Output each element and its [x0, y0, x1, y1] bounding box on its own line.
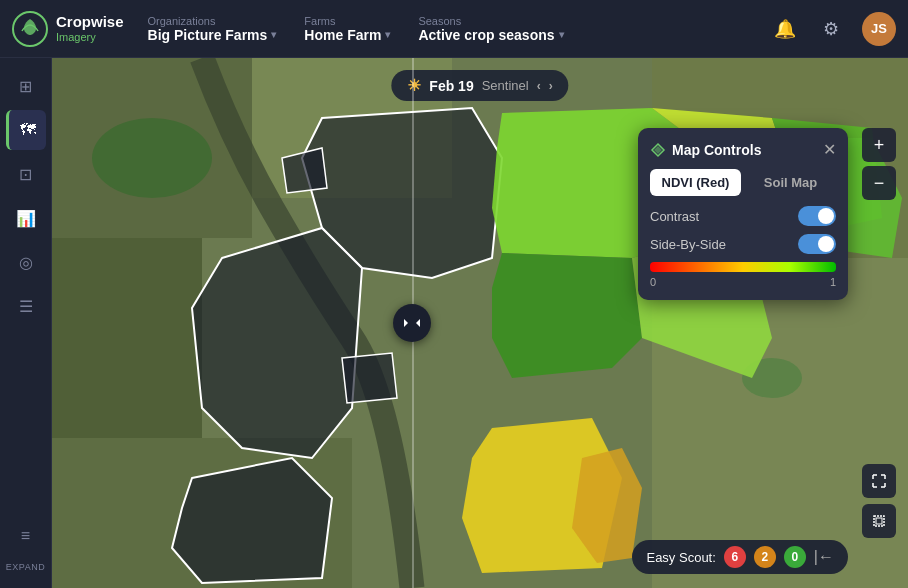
ndvi-max-label: 1: [830, 276, 836, 288]
grid-icon: ⊞: [19, 77, 32, 96]
svg-marker-13: [342, 353, 397, 403]
sidebar-item-report[interactable]: ☰: [6, 286, 46, 326]
map-controls-panel: Map Controls ✕ NDVI (Red) Soil Map Contr…: [638, 128, 848, 300]
svg-marker-24: [416, 319, 420, 327]
report-icon: ☰: [19, 297, 33, 316]
farm-nav-item[interactable]: Farms Home Farm ▾: [304, 15, 390, 43]
nav-right-actions: 🔔 ⚙ JS: [770, 12, 896, 46]
logo-text: Cropwise Imagery: [56, 13, 124, 44]
tab-soil-map[interactable]: Soil Map: [745, 169, 836, 196]
zoom-controls: + −: [862, 128, 896, 200]
logo-name: Cropwise: [56, 13, 124, 31]
map-controls-tabs: NDVI (Red) Soil Map: [650, 169, 836, 196]
sidebar-item-menu[interactable]: ≡: [6, 516, 46, 556]
map-controls-title: Map Controls: [650, 142, 761, 158]
svg-rect-4: [52, 238, 202, 438]
layers-icon: ⊡: [19, 165, 32, 184]
svg-rect-26: [876, 518, 882, 524]
side-by-side-row: Side-By-Side: [650, 234, 836, 254]
crop-icon: [871, 513, 887, 529]
logo-area[interactable]: Cropwise Imagery: [12, 11, 124, 47]
svg-point-8: [92, 118, 212, 198]
zoom-out-button[interactable]: −: [862, 166, 896, 200]
date-next-button[interactable]: ›: [549, 79, 553, 93]
scout-badge-red[interactable]: 6: [724, 546, 746, 568]
notification-button[interactable]: 🔔: [770, 14, 800, 44]
season-value[interactable]: Active crop seasons ▾: [418, 27, 563, 43]
sidebar-bottom: ≡ EXPAND: [0, 516, 51, 580]
ndvi-gradient-bar: [650, 262, 836, 272]
sun-icon: ☀: [407, 76, 421, 95]
season-label: Seasons: [418, 15, 563, 27]
svg-marker-18: [492, 253, 642, 378]
ndvi-labels: 0 1: [650, 276, 836, 288]
org-nav-item[interactable]: Organizations Big Picture Farms ▾: [148, 15, 277, 43]
farm-label: Farms: [304, 15, 390, 27]
easy-scout-bar: Easy Scout: 6 2 0 |←: [632, 540, 848, 574]
season-chevron-icon: ▾: [559, 29, 564, 40]
map-action-buttons: [862, 464, 896, 538]
chart-icon: 📊: [16, 209, 36, 228]
logo-subtitle: Imagery: [56, 31, 124, 44]
easy-scout-collapse-button[interactable]: |←: [814, 548, 834, 566]
sidebar-item-layers[interactable]: ⊡: [6, 154, 46, 194]
side-by-side-label: Side-By-Side: [650, 237, 726, 252]
top-navigation: Cropwise Imagery Organizations Big Pictu…: [0, 0, 908, 58]
date-prev-button[interactable]: ‹: [537, 79, 541, 93]
org-label: Organizations: [148, 15, 277, 27]
fullscreen-button[interactable]: [862, 464, 896, 498]
org-value[interactable]: Big Picture Farms ▾: [148, 27, 277, 43]
season-nav-item[interactable]: Seasons Active crop seasons ▾: [418, 15, 563, 43]
sidebar-item-map[interactable]: 🗺: [6, 110, 46, 150]
tab-ndvi-red[interactable]: NDVI (Red): [650, 169, 741, 196]
sidebar-item-chart[interactable]: 📊: [6, 198, 46, 238]
farm-value[interactable]: Home Farm ▾: [304, 27, 390, 43]
split-arrows-icon: [402, 313, 422, 333]
easy-scout-label: Easy Scout:: [646, 550, 715, 565]
main-layout: ⊞ 🗺 ⊡ 📊 ◎ ☰ ≡ EXPAND: [0, 58, 908, 588]
scout-badge-green[interactable]: 0: [784, 546, 806, 568]
map-controls-close-button[interactable]: ✕: [823, 140, 836, 159]
org-chevron-icon: ▾: [271, 29, 276, 40]
settings-button[interactable]: ⚙: [816, 14, 846, 44]
contrast-toggle[interactable]: [798, 206, 836, 226]
svg-marker-23: [404, 319, 408, 327]
map-controls-header: Map Controls ✕: [650, 140, 836, 159]
expand-label: EXPAND: [6, 562, 45, 572]
date-bar: ☀ Feb 19 Sentinel ‹ ›: [391, 70, 568, 101]
svg-marker-12: [172, 458, 332, 583]
diamond-icon: [650, 142, 666, 158]
cropwise-logo-icon: [12, 11, 48, 47]
user-avatar[interactable]: JS: [862, 12, 896, 46]
scout-badge-orange[interactable]: 2: [754, 546, 776, 568]
fullscreen-icon: [871, 473, 887, 489]
map-area[interactable]: ☀ Feb 19 Sentinel ‹ › Map Controls ✕ NDV…: [52, 58, 908, 588]
contrast-label: Contrast: [650, 209, 699, 224]
crop-button[interactable]: [862, 504, 896, 538]
map-icon: 🗺: [20, 121, 36, 139]
side-by-side-toggle[interactable]: [798, 234, 836, 254]
pin-icon: ◎: [19, 253, 33, 272]
source-label: Sentinel: [482, 78, 529, 93]
date-display: Feb 19: [429, 78, 473, 94]
sidebar-item-grid[interactable]: ⊞: [6, 66, 46, 106]
contrast-row: Contrast: [650, 206, 836, 226]
ndvi-min-label: 0: [650, 276, 656, 288]
zoom-in-button[interactable]: +: [862, 128, 896, 162]
sidebar: ⊞ 🗺 ⊡ 📊 ◎ ☰ ≡ EXPAND: [0, 58, 52, 588]
farm-chevron-icon: ▾: [385, 29, 390, 40]
sidebar-item-pin[interactable]: ◎: [6, 242, 46, 282]
hamburger-icon: ≡: [21, 527, 30, 545]
map-split-handle[interactable]: [393, 304, 431, 342]
